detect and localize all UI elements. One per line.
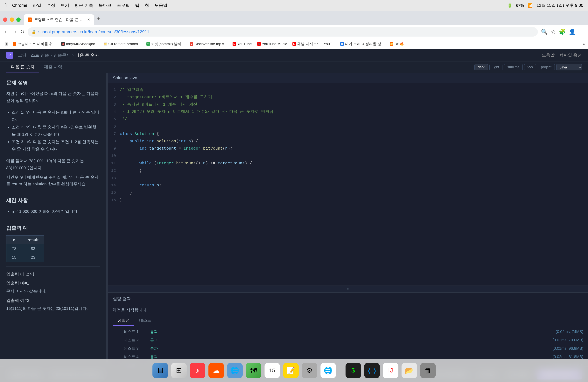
url-bar[interactable]: 🔒 school.programmers.co.kr/learn/courses…: [28, 27, 538, 37]
forward-button[interactable]: →: [12, 29, 17, 35]
edit-menu[interactable]: 수정: [47, 2, 55, 8]
profile-icon[interactable]: 👤: [569, 29, 576, 35]
dock-finder[interactable]: 🖥: [152, 363, 168, 378]
dock-terminal[interactable]: $: [346, 363, 361, 378]
results-tab-test[interactable]: 테스트: [134, 315, 156, 326]
results-resize-handle[interactable]: ≡: [108, 286, 588, 293]
minimize-button[interactable]: [10, 18, 14, 22]
io-table: n result 78 83 15 23: [6, 235, 44, 262]
bookmark-0[interactable]: P 코딩테스트 대비를 위...: [10, 41, 58, 47]
theme-vvs[interactable]: vvs: [524, 64, 536, 70]
search-icon[interactable]: 🔍: [541, 29, 548, 35]
io-row-1: 78 83: [6, 244, 44, 253]
ln-4: 4: [108, 108, 116, 116]
tab-bar: P 코딩테스트 연습 - 다음 큰 숫자 | 프... ✕ +: [0, 11, 588, 25]
test-detail-3: (0.01ms, 96.9MB): [552, 346, 583, 351]
dock-trash[interactable]: 🗑: [420, 363, 436, 378]
ln-10: 10: [108, 152, 116, 160]
theme-project[interactable]: project: [538, 64, 555, 70]
problem-tabs: 다음 큰 숫자 제출 내역 dark light sublime vvs pro…: [0, 62, 588, 73]
tab-close-button[interactable]: ✕: [87, 18, 90, 22]
dock-calendar[interactable]: 15: [264, 363, 280, 378]
more-options-icon[interactable]: ⋮: [579, 29, 584, 35]
extensions-icon[interactable]: 🧩: [559, 29, 566, 35]
ln-12: 12: [108, 167, 116, 174]
dock: 🖥 ⊞ ♪ ☁ 🌐 🗺 15 📝 ⚙ 🌐 $ ❬❭ IJ 📂 🗑: [0, 359, 588, 382]
panel-resize-handle[interactable]: [106, 73, 108, 366]
bookmark-4[interactable]: ▶ Discover the top s...: [188, 41, 230, 47]
dock-settings[interactable]: ⚙: [302, 363, 317, 378]
help-button[interactable]: 도움말: [542, 52, 555, 58]
apps-button[interactable]: ⊞: [3, 42, 10, 46]
bookmark-8[interactable]: 📄 내가 보려고 정리한 정...: [338, 41, 387, 47]
bookmark-1[interactable]: 🐙 tony9402/baekjoo...: [59, 41, 101, 47]
breadcrumb-home[interactable]: 코딩테스트 연습: [18, 52, 49, 58]
bookmark-favicon-1: 🐙: [61, 42, 65, 46]
bookmark-label-5: YouTube: [237, 42, 252, 46]
finder-icon: 🖥: [156, 366, 164, 375]
reload-button[interactable]: ↻: [20, 29, 24, 35]
bookmark-favicon-6: 🎵: [257, 42, 261, 46]
ln-16: 16: [108, 196, 116, 204]
results-tab-accuracy[interactable]: 정확성: [113, 315, 134, 326]
bookmark-3[interactable]: ✏ 커밋(commit) 날짜...: [144, 41, 187, 47]
bookmark-7[interactable]: ▶ 채널 대시보드 - YouT...: [290, 41, 337, 47]
tab-submissions[interactable]: 제출 내역: [39, 62, 67, 73]
active-tab[interactable]: P 코딩테스트 연습 - 다음 큰 숫자 | 프... ✕: [24, 14, 94, 25]
view-menu[interactable]: 보기: [61, 2, 69, 8]
bookmark-favicon-9: 📁: [390, 42, 393, 46]
theme-sublime[interactable]: sublime: [504, 64, 523, 70]
dock-maps[interactable]: 🗺: [246, 363, 261, 378]
test-detail-2: (0.02ms, 79.6MB): [552, 338, 583, 342]
dock-chrome[interactable]: 🌐: [320, 363, 336, 378]
profiles-menu[interactable]: 프로필: [117, 2, 130, 8]
editor-filename: Solution.java: [108, 73, 588, 83]
dock-soundcloud[interactable]: ☁: [209, 363, 224, 378]
breadcrumb-category[interactable]: 연습문제: [53, 52, 71, 58]
dock-finder2[interactable]: 📂: [401, 363, 417, 378]
new-tab-button[interactable]: +: [94, 16, 103, 25]
tab-problem[interactable]: 다음 큰 숫자: [6, 62, 39, 73]
dock-network[interactable]: 🌐: [227, 363, 243, 378]
bookmark-9[interactable]: 📁 DS🔥: [388, 41, 407, 47]
test-row-2: 테스트 2 통과 (0.02ms, 79.6MB): [108, 336, 588, 344]
bookmark-6[interactable]: 🎵 YouTube Music: [255, 41, 290, 47]
window-menu[interactable]: 창: [145, 2, 149, 8]
back-button[interactable]: ←: [4, 29, 9, 35]
chrome-icon: 🌐: [324, 366, 333, 375]
code-content[interactable]: /* 알고리즘 - targetCount: n비트에서 1 개수를 구하기 -…: [120, 86, 588, 204]
dock-music[interactable]: ♪: [190, 363, 205, 378]
dock-launchpad[interactable]: ⊞: [171, 363, 187, 378]
maximize-button[interactable]: [16, 18, 21, 22]
history-menu[interactable]: 방문 기록: [75, 2, 93, 8]
dock-intellij[interactable]: IJ: [383, 363, 399, 378]
language-select[interactable]: Java Python JavaScript C++: [556, 64, 582, 70]
tabs-menu[interactable]: 탭: [135, 2, 139, 8]
bookmark-star-icon[interactable]: ☆: [551, 29, 556, 35]
bookmark-label-8: 내가 보려고 정리한 정...: [345, 42, 384, 46]
io-cell-2-n: 15: [6, 253, 22, 262]
help-menu[interactable]: 도움말: [155, 2, 168, 8]
dock-vscode[interactable]: ❬❭: [364, 363, 380, 378]
close-button[interactable]: [3, 18, 7, 22]
bookmarks-menu[interactable]: 북마크: [99, 2, 111, 8]
theme-dark[interactable]: dark: [474, 64, 488, 70]
file-menu[interactable]: 파일: [33, 2, 41, 8]
theme-light[interactable]: light: [489, 64, 503, 70]
bookmark-favicon-7: ▶: [293, 42, 296, 46]
site-logo[interactable]: P: [6, 52, 13, 59]
app-menu[interactable]: Chrome: [12, 3, 27, 8]
logo-icon: P: [6, 52, 13, 59]
io-example-1-text: 문제 예시와 같습니다.: [6, 288, 100, 295]
more-bookmarks-button[interactable]: »: [583, 42, 585, 46]
code-line-10: [120, 152, 584, 160]
compile-options-button[interactable]: 컴파일 옵션: [559, 52, 582, 58]
ln-15: 15: [108, 189, 116, 196]
dock-notes[interactable]: 📝: [283, 363, 299, 378]
apple-menu[interactable]: : [5, 2, 7, 9]
bookmark-2[interactable]: 📁 Git remote branch...: [101, 41, 143, 47]
code-editor[interactable]: Solution.java 1 2 3 4 5 6 7 8 9 10 11: [108, 73, 588, 286]
code-area[interactable]: 1 2 3 4 5 6 7 8 9 10 11 12 13 14: [108, 83, 588, 207]
bookmark-favicon-2: 📁: [104, 42, 107, 46]
bookmark-5[interactable]: ▶ YouTube: [230, 41, 254, 47]
